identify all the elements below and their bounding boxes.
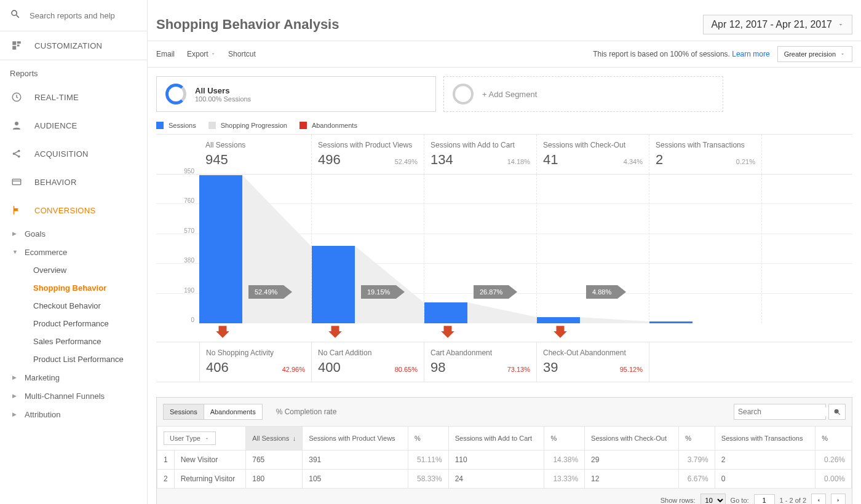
nav-label: CUSTOMIZATION — [34, 41, 102, 50]
dropoff-cell[interactable]: Cart Abandonment 9873.13% — [424, 342, 537, 382]
tree-marketing[interactable]: ▶Marketing — [10, 368, 147, 387]
table-search-input[interactable] — [738, 408, 830, 416]
add-segment-button[interactable]: + Add Segment — [443, 76, 723, 112]
search-icon — [10, 9, 30, 22]
leaf-checkout-behavior[interactable]: Checkout Behavior — [10, 297, 147, 315]
progression-pill: 52.49% — [248, 285, 284, 299]
svg-rect-2 — [17, 45, 20, 47]
stage-header[interactable]: Sessions with Add to Cart 13414.18% — [424, 135, 537, 174]
show-rows-select[interactable]: 10 — [700, 494, 726, 504]
col-pct[interactable]: % — [815, 427, 852, 451]
dropoff-cell[interactable]: No Shopping Activity 40642.96% — [199, 342, 312, 382]
user-type-button[interactable]: User Type — [164, 431, 216, 445]
y-axis: 0 190 380 570 760 950 — [156, 175, 199, 323]
segment-ring-icon — [165, 84, 186, 104]
tree-goals[interactable]: ▶Goals — [10, 224, 147, 243]
down-arrow-icon — [439, 323, 456, 342]
page-title: Shopping Behavior Analysis — [156, 17, 703, 33]
stage-header[interactable]: Sessions with Transactions 20.21% — [649, 135, 762, 174]
date-range-label: Apr 12, 2017 - Apr 21, 2017 — [711, 19, 832, 30]
funnel-chart: All Sessions 945 Sessions with Product V… — [156, 134, 852, 382]
table-row[interactable]: 2 Returning Visitor 180 105 58.33% 24 13… — [157, 470, 852, 489]
nav-label: CONVERSIONS — [34, 206, 95, 215]
clock-icon — [10, 90, 23, 104]
learn-more-link[interactable]: Learn more — [732, 50, 769, 58]
table-search[interactable]: ⊗ — [734, 404, 826, 420]
tree-ecommerce[interactable]: ▼Ecommerce — [10, 243, 147, 261]
leaf-product-list-performance[interactable]: Product List Performance — [10, 350, 147, 368]
title-row: Shopping Behavior Analysis Apr 12, 2017 … — [148, 0, 861, 41]
segment-title: All Users — [195, 86, 251, 95]
legend-swatch-progression — [208, 122, 216, 129]
tab-abandonments[interactable]: Abandonments — [204, 404, 263, 420]
leaf-product-performance[interactable]: Product Performance — [10, 315, 147, 333]
date-range-picker[interactable]: Apr 12, 2017 - Apr 21, 2017 — [703, 15, 852, 34]
col-user-type: User Type — [157, 427, 246, 451]
search-button[interactable] — [828, 404, 846, 420]
dropoff-cell[interactable]: Check-Out Abandonment 3995.12% — [537, 342, 649, 382]
dropoff-footers: No Shopping Activity 40642.96% No Cart A… — [156, 342, 852, 382]
col-add-to-cart[interactable]: Sessions with Add to Cart — [448, 427, 544, 451]
table-section: Sessions Abandonments % Completion rate … — [156, 397, 852, 504]
bar-sessions — [199, 175, 242, 323]
pager-prev-button[interactable] — [811, 494, 826, 504]
bar-sessions — [424, 302, 467, 323]
pager-range: 1 - 2 of 2 — [780, 497, 806, 504]
export-button[interactable]: Export — [187, 50, 216, 58]
creditcard-icon — [10, 175, 23, 189]
shortcut-button[interactable]: Shortcut — [228, 50, 256, 58]
sort-desc-icon: ↓ — [293, 435, 296, 442]
precision-button[interactable]: Greater precision — [777, 46, 852, 62]
nav-realtime[interactable]: REAL-TIME — [0, 83, 147, 111]
search-input[interactable] — [30, 11, 137, 20]
share-icon — [10, 147, 23, 160]
chevron-right-icon: ▶ — [12, 393, 25, 399]
plot-col: 4.88% — [537, 175, 649, 323]
stage-header[interactable]: Sessions with Check-Out 414.34% — [537, 135, 649, 174]
leaf-sales-performance[interactable]: Sales Performance — [10, 333, 147, 350]
nav-conversions[interactable]: CONVERSIONS — [0, 196, 147, 224]
dropoff-cell[interactable]: No Cart Addition 40080.65% — [312, 342, 424, 382]
chevron-down-icon — [204, 436, 210, 441]
nav-customization[interactable]: CUSTOMIZATION — [0, 31, 147, 60]
col-pct[interactable]: % — [408, 427, 449, 451]
pager-next-button[interactable] — [831, 494, 846, 504]
col-transactions[interactable]: Sessions with Transactions — [715, 427, 815, 451]
leaf-overview[interactable]: Overview — [10, 261, 147, 279]
dashboard-icon — [10, 39, 23, 52]
table-row[interactable]: 1 New Visitor 765 391 51.11% 110 14.38% … — [157, 451, 852, 470]
tree-attribution[interactable]: ▶Attribution — [10, 405, 147, 423]
nav-acquisition[interactable]: ACQUISITION — [0, 140, 147, 168]
stage-header[interactable]: Sessions with Product Views 49652.49% — [312, 135, 424, 174]
nav-label: REAL-TIME — [34, 93, 79, 102]
completion-rate-label: % Completion rate — [276, 408, 337, 416]
plot-col: 52.49% — [199, 175, 312, 323]
col-pct[interactable]: % — [679, 427, 715, 451]
goto-input[interactable] — [754, 494, 775, 504]
nav-label: ACQUISITION — [34, 149, 89, 159]
svg-rect-1 — [17, 41, 21, 44]
col-all-sessions[interactable]: All Sessions↓ — [246, 427, 303, 451]
pager: Show rows: 10 Go to: 1 - 2 of 2 — [157, 489, 852, 504]
table-tabs: Sessions Abandonments % Completion rate … — [157, 398, 852, 426]
down-arrow-icon — [552, 323, 569, 342]
nav-behavior[interactable]: BEHAVIOR — [0, 168, 147, 196]
tab-sessions[interactable]: Sessions — [163, 404, 204, 420]
col-product-views[interactable]: Sessions with Product Views — [303, 427, 408, 451]
col-pct[interactable]: % — [544, 427, 585, 451]
chevron-right-icon: ▶ — [12, 411, 25, 417]
segment-subtitle: 100.00% Sessions — [195, 95, 251, 103]
sidebar: CUSTOMIZATION Reports REAL-TIME AUDIENCE… — [0, 0, 148, 504]
tree-mcf[interactable]: ▶Multi-Channel Funnels — [10, 387, 147, 405]
nav-audience[interactable]: AUDIENCE — [0, 111, 147, 140]
chevron-down-icon — [837, 21, 844, 28]
person-icon — [10, 119, 23, 132]
segment-all-users[interactable]: All Users 100.00% Sessions — [156, 76, 436, 112]
leaf-shopping-behavior[interactable]: Shopping Behavior — [10, 279, 147, 297]
email-button[interactable]: Email — [156, 50, 175, 58]
col-check-out[interactable]: Sessions with Check-Out — [585, 427, 679, 451]
stage-header[interactable]: All Sessions 945 — [199, 135, 312, 174]
add-segment-label: + Add Segment — [482, 90, 537, 99]
legend-swatch-abandonments — [300, 122, 307, 129]
legend: Sessions Shopping Progression Abandonmen… — [156, 122, 852, 129]
